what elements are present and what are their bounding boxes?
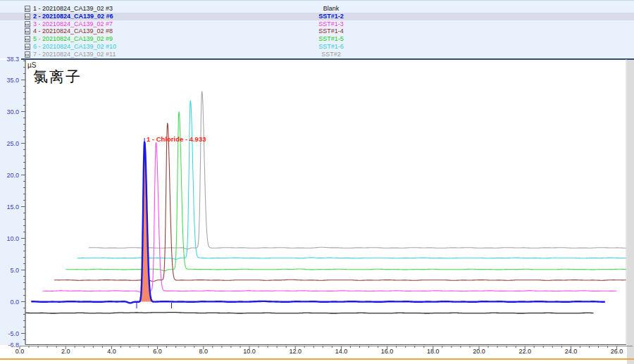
x-tick-label: 2.0 bbox=[56, 348, 75, 355]
x-tick-label: 6.0 bbox=[148, 348, 168, 355]
y-tick-label: 10.0 bbox=[0, 235, 19, 242]
trace-1 bbox=[20, 313, 594, 313]
y-tick-label: 20.0 bbox=[0, 172, 19, 179]
trace-6 bbox=[77, 101, 634, 259]
chromatogram-plot[interactable] bbox=[0, 0, 634, 364]
x-tick-label: 22.0 bbox=[515, 348, 535, 355]
y-tick-label: 5.0 bbox=[0, 267, 19, 274]
x-tick-label: 20.0 bbox=[469, 348, 489, 355]
x-tick-label: 16.0 bbox=[378, 348, 397, 355]
y-tick-label: 35.0 bbox=[0, 77, 19, 84]
y-tick-label: 15.0 bbox=[0, 203, 19, 211]
bottom-accent-line bbox=[0, 358, 634, 360]
x-tick-label: 10.0 bbox=[240, 348, 259, 355]
y-tick-label: 30.0 bbox=[0, 108, 19, 115]
x-tick-label: 4.0 bbox=[101, 348, 121, 355]
x-tick-label: 0.0 bbox=[10, 348, 30, 355]
x-tick-label: 8.0 bbox=[194, 348, 213, 355]
y-range-max-label: 38.3 bbox=[0, 56, 19, 63]
chart-title: 氯离子 bbox=[33, 67, 82, 87]
axis-ticks bbox=[20, 61, 617, 350]
x-tick-label: 14.0 bbox=[331, 348, 351, 355]
y-tick-label: -5.0 bbox=[0, 330, 19, 337]
trace-3 bbox=[43, 142, 617, 292]
y-tick-label: 0.0 bbox=[0, 299, 19, 306]
x-tick-label: 12.0 bbox=[285, 348, 305, 355]
y-tick-label: 25.0 bbox=[0, 140, 19, 147]
peak-annotation: 1 - Chloride - 4.933 bbox=[147, 135, 206, 143]
chromatography-window: 1 - 20210824_CA139_02 #3Blank2 - 2021082… bbox=[0, 0, 634, 364]
trace-2-selected bbox=[31, 142, 605, 303]
x-tick-label: 24.0 bbox=[561, 348, 580, 355]
x-tick-label: 26.0 bbox=[607, 348, 627, 355]
x-tick-label: 18.0 bbox=[423, 348, 443, 355]
